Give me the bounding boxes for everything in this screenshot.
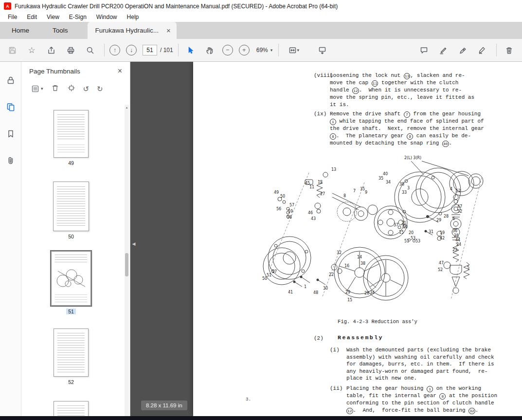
menu-view[interactable]: View [42, 13, 64, 21]
hand-icon [205, 46, 215, 55]
next-page-button[interactable]: ↓ [126, 45, 137, 55]
delete-button[interactable] [502, 43, 516, 57]
thumbnail-page-52[interactable]: 52 [51, 329, 91, 385]
tab-home[interactable]: Home [0, 22, 41, 39]
plus-icon: + [242, 47, 246, 54]
scrollbar-up-icon[interactable]: ▴ [125, 105, 129, 110]
svg-text:57: 57 [289, 203, 294, 207]
menu-edit[interactable]: Edit [22, 13, 42, 21]
tab-document[interactable]: Furukawa Hydraulic... × [88, 22, 177, 39]
zoom-in-button[interactable]: + [239, 45, 250, 55]
svg-text:32: 32 [337, 251, 342, 255]
tab-close-icon[interactable]: × [166, 27, 171, 34]
thumbnails-scrollbar[interactable]: ▴ [125, 105, 129, 416]
rotate-ccw-button[interactable]: ↺ [83, 85, 90, 92]
share-button[interactable] [44, 43, 58, 57]
svg-text:35: 35 [360, 187, 365, 191]
attachments-panel-button[interactable] [4, 154, 18, 167]
organize-pages-button[interactable] [67, 84, 75, 94]
bookmark-icon [6, 129, 16, 139]
window-title: Furukawa Hydraulic Crawler Drill PCR200 … [15, 3, 338, 10]
svg-text:51: 51 [404, 239, 409, 243]
cursor-icon [186, 46, 195, 55]
highlight-button[interactable] [436, 43, 450, 57]
star-icon: ☆ [28, 46, 35, 55]
paragraph-ii: Placing the gear housing 1 on the workin… [346, 385, 517, 414]
thumbnail-page-49[interactable]: 49 [51, 110, 91, 166]
svg-text:12: 12 [318, 180, 323, 184]
page-thumbnails-panel-button[interactable] [4, 100, 18, 114]
panel-toolbar: ▾ ↺ ↻ [21, 80, 130, 97]
menu-esign[interactable]: E-Sign [64, 13, 91, 21]
svg-text:14: 14 [357, 255, 362, 259]
toolbar-separator [278, 44, 279, 56]
delete-page-button[interactable] [51, 84, 59, 94]
bookmarks-panel-button[interactable] [4, 127, 18, 141]
section-2-number: (2) [314, 335, 324, 342]
hand-tool-button[interactable] [203, 43, 217, 57]
svg-text:28: 28 [444, 214, 449, 219]
thumbnail-label: 50 [68, 234, 74, 239]
thumbnail-page-50[interactable]: 50 [50, 182, 92, 239]
tab-tools[interactable]: Tools [41, 22, 80, 39]
thumbnail-page-51-selected[interactable]: 51 [48, 251, 94, 314]
main-toolbar: ☆ ↑ ↓ / 101 − + 69% ▾ ▾ [0, 39, 522, 62]
pages-icon [6, 102, 16, 112]
svg-text:52: 52 [438, 268, 443, 272]
svg-text:47: 47 [439, 261, 444, 265]
rotate-cw-button[interactable]: ↻ [97, 85, 103, 92]
zoom-level-select[interactable]: 69% ▾ [256, 47, 273, 54]
highlighter-icon [439, 46, 448, 55]
security-panel-button[interactable] [4, 73, 18, 87]
minus-icon: − [226, 47, 229, 54]
toolbar-separator [104, 44, 105, 56]
svg-text:29: 29 [345, 290, 350, 294]
thumbnail-options-button[interactable]: ▾ [31, 85, 43, 93]
svg-text:44: 44 [455, 238, 460, 242]
print-icon [66, 46, 75, 55]
menu-help[interactable]: Help [122, 13, 144, 21]
zoom-out-button[interactable]: − [222, 45, 233, 55]
thumbnail-diagram-preview [52, 264, 91, 292]
thumbnail-label: 52 [68, 379, 74, 385]
comment-button[interactable] [416, 43, 431, 57]
thumbnail-image [54, 329, 89, 377]
svg-text:4: 4 [450, 187, 452, 191]
svg-text:17: 17 [272, 270, 277, 274]
svg-text:59: 59 [288, 209, 293, 214]
scroll-mode-button[interactable] [315, 43, 329, 57]
search-icon [86, 46, 95, 55]
save-button[interactable] [5, 43, 19, 57]
zoom-level-value: 69% [256, 47, 268, 54]
menu-file[interactable]: File [3, 13, 22, 21]
menu-window[interactable]: Window [91, 13, 122, 21]
svg-text:50: 50 [262, 276, 267, 281]
page-number-input[interactable] [143, 45, 157, 55]
page-display-button[interactable]: ▾ [284, 43, 303, 57]
main-area: Page Thumbnails × ▾ ↺ ↻ [0, 62, 522, 416]
panel-close-icon[interactable]: × [118, 67, 122, 75]
print-button[interactable] [63, 43, 78, 57]
sign-button[interactable] [455, 43, 470, 57]
select-tool-button[interactable] [183, 43, 198, 57]
acrobat-app-icon: A [4, 2, 11, 10]
paragraph-ix: Remove the drive shaft 7 from the gear h… [330, 110, 503, 147]
page-count-label: / 101 [160, 47, 173, 54]
svg-text:46: 46 [308, 211, 313, 215]
fill-sign-button[interactable] [475, 43, 489, 57]
scrollbar-thumb[interactable] [125, 253, 128, 276]
svg-text:38: 38 [360, 261, 365, 266]
svg-text:21: 21 [401, 221, 406, 225]
svg-text:5: 5 [467, 266, 469, 270]
find-button[interactable] [83, 43, 97, 57]
thumbnail-image [53, 182, 89, 231]
svg-text:42: 42 [440, 236, 445, 240]
favorite-button[interactable]: ☆ [24, 43, 39, 57]
collapse-panel-button[interactable]: ◀ [130, 233, 137, 255]
thumbnail-page-53[interactable] [51, 401, 91, 416]
save-icon [8, 46, 17, 55]
page-size-badge: 8.28 x 11.69 in [141, 401, 187, 410]
thumbnail-image [54, 401, 89, 416]
previous-page-button[interactable]: ↑ [109, 45, 120, 55]
tab-document-label: Furukawa Hydraulic... [95, 27, 159, 34]
